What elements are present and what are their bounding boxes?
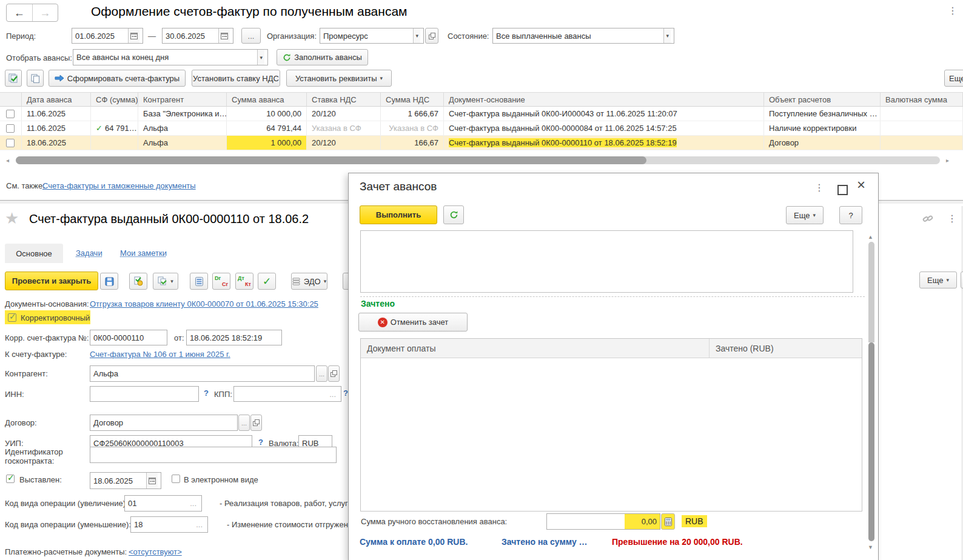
contract-open-button[interactable] <box>250 415 262 431</box>
register-records-button[interactable] <box>190 273 208 290</box>
refresh-icon <box>283 53 291 62</box>
save-button[interactable] <box>100 273 118 290</box>
maximize-icon[interactable] <box>837 185 848 195</box>
invoice-more-sliver-button[interactable] <box>961 272 963 288</box>
issued-date-input[interactable]: 18.06.2025 <box>90 472 161 489</box>
generate-invoices-button[interactable]: Сформировать счета-фактуры <box>49 70 186 87</box>
doc-base-link[interactable]: Отгрузка товаров клиенту 0К00-000070 от … <box>90 299 318 308</box>
set-vat-rate-button[interactable]: Установить ставку НДС <box>192 70 280 87</box>
kpp-input[interactable]: ... <box>233 386 341 402</box>
cancel-offset-button[interactable]: ✕ Отменить зачет <box>358 313 468 332</box>
issued-checkbox[interactable]: ✓ <box>6 475 15 483</box>
tab-my-notes[interactable]: Мои заметки <box>120 248 167 258</box>
uip-help-icon[interactable]: ? <box>258 438 263 447</box>
post-and-close-button[interactable]: Провести и закрыть <box>5 272 98 290</box>
period-more-button[interactable]: ... <box>241 28 261 44</box>
contractor-open-button[interactable] <box>328 365 340 382</box>
dialog-scrollbar-thumb[interactable] <box>868 342 874 541</box>
payments-col-document[interactable]: Документ оплаты <box>361 339 710 358</box>
scroll-right-icon[interactable]: ▸ <box>946 157 949 164</box>
inn-input[interactable] <box>90 386 199 402</box>
contract-input[interactable]: Договор <box>90 415 238 431</box>
table-row[interactable]: 11.06.2025 База "Электроника и… 10 000,0… <box>0 107 963 121</box>
manual-restore-input[interactable]: 0,00 <box>546 513 660 530</box>
cancel-circle-icon: ✕ <box>378 318 388 327</box>
tab-main[interactable]: Основное <box>5 244 63 263</box>
approve-button[interactable]: ✓ <box>258 273 276 290</box>
op-code-increase-input[interactable]: 01 ... <box>124 495 202 512</box>
chevron-down-icon[interactable]: ▾ <box>260 55 263 61</box>
select-advances-combo[interactable]: Все авансы на конец дня ▾ <box>73 49 268 65</box>
set-requisites-button[interactable]: Установить реквизиты ▾ <box>286 70 392 87</box>
organization-combo[interactable]: Промресурс ▾ <box>320 28 424 44</box>
corr-number-input[interactable]: 0К00-0000110 <box>90 330 167 345</box>
to-invoice-link[interactable]: Счет-фактура № 106 от 1 июня 2025 г. <box>90 350 230 359</box>
post-document-button[interactable] <box>129 273 147 290</box>
contractor-select-button[interactable]: ... <box>316 365 327 382</box>
copy-button[interactable] <box>27 70 44 87</box>
dialog-more-button[interactable]: Еще ▾ <box>786 206 824 224</box>
edo-button[interactable]: ЭДО ▾ <box>291 273 327 290</box>
select-dots-icon[interactable]: ... <box>188 496 198 511</box>
period-to-input[interactable]: 30.06.2025 <box>162 28 233 44</box>
status-amount-payable: Сумма к оплате 0,00 RUB. <box>360 537 468 547</box>
corrective-checkbox[interactable]: ✓ <box>8 313 16 322</box>
corr-date-input[interactable]: 18.06.2025 18:52:19 <box>186 330 282 345</box>
invoice-more-button[interactable]: Еще ▾ <box>919 272 957 288</box>
kpp-help-icon[interactable]: ? <box>343 388 348 398</box>
table-row[interactable]: 11.06.2025 ✓ 64 791… Альфа 64 791,44 Ука… <box>0 121 963 136</box>
favorite-star-icon[interactable]: ★ <box>5 209 19 228</box>
calculator-button[interactable] <box>661 513 675 530</box>
select-dots-icon[interactable]: ... <box>194 517 204 532</box>
doc-base-label: Документы-основания: <box>5 299 89 308</box>
scroll-up-icon[interactable]: ▲ <box>868 234 873 240</box>
inn-help-icon[interactable]: ? <box>204 388 209 398</box>
calendar-icon[interactable] <box>128 28 139 43</box>
scroll-down-icon[interactable]: ▼ <box>868 544 873 550</box>
chevron-down-icon[interactable]: ▾ <box>415 33 418 39</box>
pay-docs-link[interactable]: <отсутствуют> <box>129 547 182 556</box>
page-kebab-menu-icon[interactable]: ⋮ <box>948 5 958 16</box>
create-based-on-button[interactable]: ▾ <box>153 273 178 290</box>
dr-cr-button[interactable]: DrCr <box>212 273 230 290</box>
row-checkbox[interactable] <box>6 110 15 118</box>
horizontal-scrollbar[interactable] <box>16 156 940 164</box>
row-checkbox[interactable] <box>6 139 15 147</box>
link-chain-icon[interactable] <box>922 213 933 224</box>
dialog-kebab-menu-icon[interactable]: ⋮ <box>814 182 824 193</box>
payments-table[interactable]: Документ оплаты Зачтено (RUB) <box>360 338 862 512</box>
offset-upper-list[interactable] <box>360 230 853 293</box>
dialog-refresh-button[interactable] <box>443 205 464 224</box>
close-icon[interactable]: × <box>857 176 865 193</box>
electronic-checkbox[interactable] <box>172 475 180 483</box>
contractor-input[interactable]: Альфа <box>90 365 315 382</box>
op-code-decrease-input[interactable]: 18 ... <box>130 516 208 533</box>
list-more-button[interactable]: Еще <box>944 70 963 87</box>
run-offset-button[interactable]: Выполнить <box>360 205 437 224</box>
organization-open-button[interactable] <box>425 28 438 44</box>
post-selected-button[interactable] <box>5 70 22 87</box>
chevron-down-icon[interactable]: ▾ <box>666 33 669 39</box>
dialog-help-button[interactable]: ? <box>839 206 862 224</box>
back-button[interactable]: ← <box>7 4 33 21</box>
calendar-icon[interactable] <box>146 473 158 488</box>
contract-select-button[interactable]: ... <box>238 415 250 431</box>
see-also-link[interactable]: Счета-фактуры и таможенные документы <box>42 181 196 190</box>
row-checkbox[interactable] <box>6 124 15 133</box>
status-excess: Превышение на 20 000,00 RUB. <box>612 537 743 547</box>
tab-tasks[interactable]: Задачи <box>76 248 102 258</box>
scroll-left-icon[interactable]: ◂ <box>6 157 9 164</box>
payments-col-offset[interactable]: Зачтено (RUB) <box>710 339 862 358</box>
fill-advances-button[interactable]: Заполнить авансы <box>277 49 368 65</box>
horizontal-scrollbar-thumb[interactable] <box>16 156 646 164</box>
dialog-scrollbar-track[interactable] <box>868 242 874 342</box>
forward-button[interactable]: → <box>33 4 58 21</box>
table-row-selected[interactable]: 18.06.2025 Альфа 1 000,00 20/120 166,67 … <box>0 136 963 150</box>
period-from-input[interactable]: 01.06.2025 <box>72 28 143 44</box>
dt-kt-button[interactable]: ДтКт <box>235 273 253 290</box>
gov-contract-input[interactable] <box>90 447 337 463</box>
calendar-icon[interactable] <box>218 28 230 43</box>
select-dots-icon[interactable]: ... <box>327 387 338 401</box>
state-combo[interactable]: Все выплаченные авансы ▾ <box>492 28 674 44</box>
invoice-kebab-menu-icon[interactable]: ⋮ <box>947 213 957 224</box>
